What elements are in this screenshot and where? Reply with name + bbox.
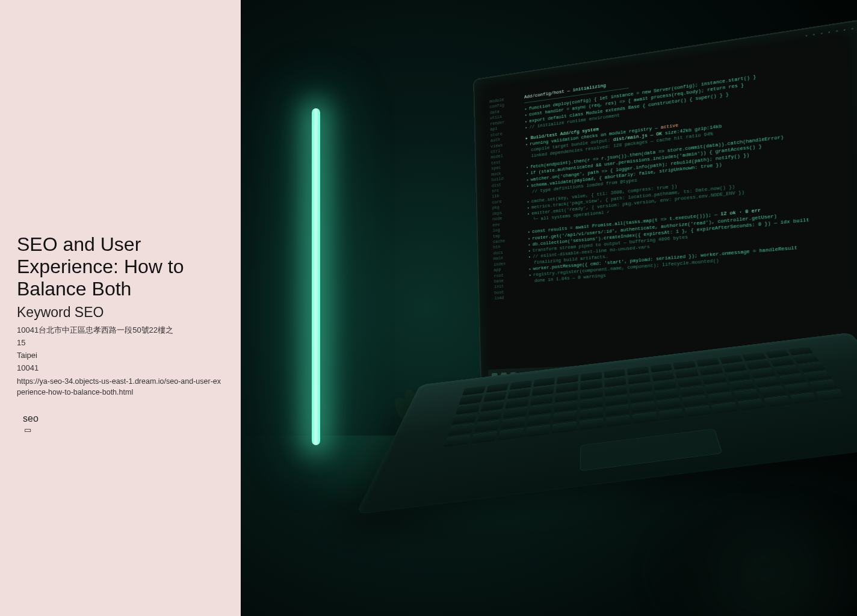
code-editor: moduleconfigdatautilsrenderapistoreauthv… [486,41,857,363]
address-city: Taipei [17,350,224,362]
meta-block: 10041台北市中正區忠孝西路一段50號22樓之 15 Taipei 10041… [17,324,224,397]
left-panel: SEO and User Experience: How to Balance … [0,0,241,616]
hero-image: ▫▫▫▫▫▫▫ moduleconfigdatautilsrenderapist… [241,0,857,616]
tag-section: seo ▭ [23,413,224,434]
content-block: SEO and User Experience: How to Balance … [17,233,224,434]
tag-icon: ▭ [24,425,224,434]
page-url: https://ya-seo-34.objects-us-east-1.drea… [17,376,224,398]
page-subtitle: Keyword SEO [17,304,224,321]
light-tube [312,108,320,445]
tag-label: seo [23,413,224,424]
laptop: ▫▫▫▫▫▫▫ moduleconfigdatautilsrenderapist… [433,62,857,558]
page-title: SEO and User Experience: How to Balance … [17,233,224,300]
trackpad [580,428,722,471]
address-number: 15 [17,337,224,350]
address-line: 10041台北市中正區忠孝西路一段50號22樓之 [17,324,224,337]
address-postal: 10041 [17,362,224,375]
laptop-screen: ▫▫▫▫▫▫▫ moduleconfigdatautilsrenderapist… [473,19,857,388]
